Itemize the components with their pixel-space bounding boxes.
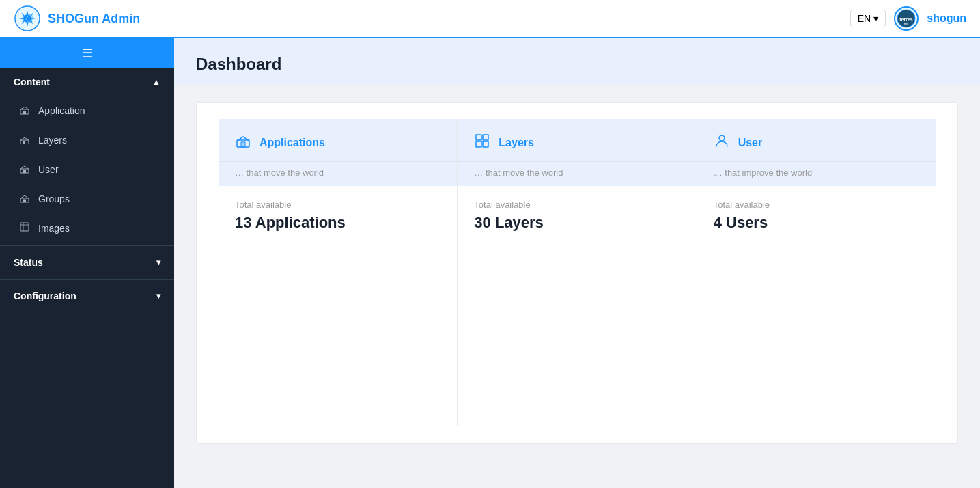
dashboard-title: Dashboard bbox=[196, 55, 958, 74]
sidebar-section-configuration[interactable]: Configuration ▾ bbox=[0, 282, 174, 310]
sidebar-item-groups[interactable]: Groups bbox=[0, 184, 174, 213]
svg-rect-17 bbox=[241, 142, 245, 147]
dashboard-header: Dashboard bbox=[174, 38, 980, 85]
content-label: Content bbox=[14, 77, 50, 87]
applications-card-title: Applications bbox=[260, 137, 325, 149]
content-area: Dashboard Applications … that bbox=[174, 38, 980, 488]
applications-card-header: Applications bbox=[219, 119, 457, 162]
layers-card-title: Layers bbox=[499, 137, 534, 149]
sidebar-item-images-label: Images bbox=[38, 223, 70, 234]
configuration-chevron-icon: ▾ bbox=[156, 291, 160, 301]
layers-card: Layers … that move the world Total avail… bbox=[458, 119, 697, 426]
top-header: SHOGun Admin EN ▾ terres tris shogun bbox=[0, 0, 980, 38]
svg-rect-12 bbox=[23, 200, 26, 203]
layers-icon bbox=[19, 133, 30, 146]
user-count: 4 Users bbox=[714, 214, 919, 232]
sidebar-item-application-label: Application bbox=[38, 105, 85, 116]
images-icon bbox=[19, 221, 30, 234]
language-selector[interactable]: EN ▾ bbox=[850, 10, 886, 27]
sidebar-section-content[interactable]: Content ▲ bbox=[0, 68, 174, 96]
svg-rect-19 bbox=[476, 135, 481, 140]
status-chevron-icon: ▾ bbox=[156, 258, 160, 267]
applications-total-label: Total available bbox=[235, 200, 440, 210]
lang-label: EN bbox=[858, 13, 871, 24]
svg-rect-8 bbox=[23, 141, 25, 144]
user-card-icon bbox=[714, 133, 730, 153]
layers-card-header: Layers bbox=[458, 119, 696, 162]
user-card: User … that improve the world Total avai… bbox=[697, 119, 936, 426]
lang-chevron-icon: ▾ bbox=[873, 13, 878, 24]
svg-rect-13 bbox=[20, 223, 29, 231]
applications-card-subtitle: … that move the world bbox=[219, 162, 457, 186]
svg-rect-10 bbox=[23, 170, 26, 174]
user-avatar[interactable]: terres tris bbox=[894, 6, 919, 31]
layers-card-icon bbox=[474, 133, 490, 153]
sidebar-item-user[interactable]: User bbox=[0, 154, 174, 184]
applications-count: 13 Applications bbox=[235, 214, 440, 232]
terrestris-logo-icon: terres tris bbox=[897, 9, 916, 28]
user-card-body: Total available 4 Users bbox=[697, 186, 936, 245]
app-logo-icon bbox=[14, 5, 41, 32]
sidebar-item-user-label: User bbox=[38, 164, 59, 175]
applications-card-body: Total available 13 Applications bbox=[219, 186, 457, 245]
svg-rect-20 bbox=[483, 135, 488, 140]
sidebar-item-layers-label: Layers bbox=[38, 135, 67, 146]
layers-card-subtitle: … that move the world bbox=[458, 162, 696, 186]
sidebar-item-application[interactable]: Application bbox=[0, 96, 174, 125]
status-label: Status bbox=[14, 257, 43, 268]
layers-card-body: Total available 30 Layers bbox=[458, 186, 696, 245]
svg-point-23 bbox=[719, 135, 725, 141]
main-layout: ☰ Content ▲ Application bbox=[0, 38, 980, 488]
applications-card-icon bbox=[235, 133, 251, 153]
sidebar-item-layers[interactable]: Layers bbox=[0, 125, 174, 154]
user-card-header: User bbox=[697, 119, 936, 162]
shogun-label: shogun bbox=[927, 12, 966, 25]
groups-icon bbox=[19, 192, 30, 205]
header-right: EN ▾ terres tris shogun bbox=[850, 6, 966, 31]
svg-rect-6 bbox=[23, 111, 26, 114]
sidebar: ☰ Content ▲ Application bbox=[0, 38, 174, 488]
layers-count: 30 Layers bbox=[474, 214, 680, 232]
applications-card: Applications … that move the world Total… bbox=[219, 119, 458, 426]
user-total-label: Total available bbox=[714, 200, 919, 210]
logo-area: SHOGun Admin bbox=[14, 5, 140, 32]
hamburger-icon: ☰ bbox=[82, 46, 93, 61]
menu-toggle-button[interactable]: ☰ bbox=[0, 38, 174, 68]
sidebar-divider-2 bbox=[0, 279, 174, 280]
user-sidebar-icon bbox=[19, 163, 30, 176]
svg-text:terres: terres bbox=[900, 17, 914, 22]
app-title: SHOGun Admin bbox=[48, 12, 140, 26]
sidebar-item-images[interactable]: Images bbox=[0, 213, 174, 243]
sidebar-divider-1 bbox=[0, 245, 174, 246]
sidebar-item-groups-label: Groups bbox=[38, 193, 70, 204]
svg-text:tris: tris bbox=[904, 22, 909, 26]
user-card-subtitle: … that improve the world bbox=[697, 162, 936, 186]
application-icon bbox=[19, 104, 30, 117]
layers-total-label: Total available bbox=[474, 200, 680, 210]
svg-rect-22 bbox=[483, 141, 488, 147]
sidebar-section-status[interactable]: Status ▾ bbox=[0, 249, 174, 276]
dashboard-cards-area: Applications … that move the world Total… bbox=[196, 102, 958, 444]
content-chevron-icon: ▲ bbox=[152, 77, 160, 87]
svg-rect-21 bbox=[476, 141, 481, 147]
user-card-title: User bbox=[738, 137, 763, 149]
configuration-label: Configuration bbox=[14, 290, 76, 301]
